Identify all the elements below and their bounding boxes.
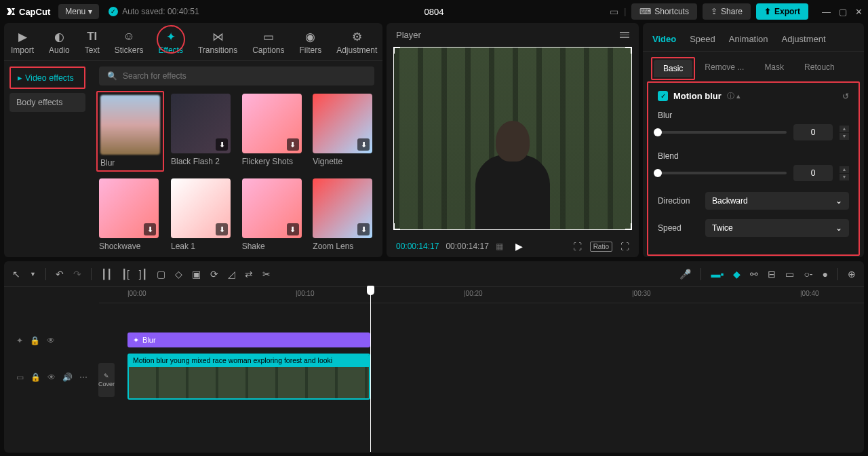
tab-stickers[interactable]: ☺Stickers: [115, 27, 144, 60]
mirror-tool[interactable]: ◿: [228, 269, 235, 280]
transitions-icon: ⋈: [212, 30, 224, 43]
effect-shake[interactable]: ⬇Shake: [242, 178, 304, 251]
chain-icon[interactable]: ⚯: [750, 269, 758, 280]
effect-zoom-lens[interactable]: ⬇Zoom Lens: [313, 178, 374, 251]
reverse-tool[interactable]: ⇄: [245, 269, 253, 280]
video-track-icon[interactable]: ▭: [16, 373, 24, 382]
download-icon[interactable]: ⬇: [216, 138, 228, 151]
subtab-mask[interactable]: Mask: [755, 58, 793, 79]
effect-shockwave[interactable]: ⬇Shockwave: [99, 178, 161, 251]
trim-left-tool[interactable]: ┃[: [121, 269, 130, 280]
menu-button[interactable]: Menu▾: [58, 4, 99, 19]
share-button[interactable]: ⇪Share: [703, 3, 751, 20]
info-icon[interactable]: ⓘ ▴: [727, 91, 741, 101]
subtab-basic[interactable]: Basic: [654, 60, 692, 77]
close-button[interactable]: ✕: [855, 7, 863, 17]
export-button[interactable]: ⬆Export: [756, 3, 808, 20]
track-settings-icon[interactable]: ●: [823, 269, 828, 280]
more-icon[interactable]: ⋯: [79, 373, 87, 382]
lock-icon[interactable]: 🔒: [31, 373, 41, 382]
subtab-retouch[interactable]: Retouch: [795, 58, 844, 79]
scan-icon[interactable]: ⛶: [573, 242, 582, 252]
fullscreen-icon[interactable]: ⛶: [620, 242, 629, 252]
split-tool[interactable]: ┃┃: [101, 269, 112, 280]
insp-tab-animation[interactable]: Animation: [729, 30, 768, 51]
grid-icon[interactable]: ▦: [496, 242, 503, 251]
cursor-tool[interactable]: ↖: [12, 269, 20, 280]
zoom-fit-icon[interactable]: ⊕: [848, 269, 856, 280]
search-input[interactable]: 🔍Search for effects: [99, 66, 374, 86]
download-icon[interactable]: ⬇: [357, 223, 370, 235]
reset-icon[interactable]: ↺: [842, 92, 849, 101]
magnet-tool[interactable]: ▬▪: [711, 269, 724, 280]
zoom-out-icon[interactable]: ○-: [804, 269, 812, 280]
inspector-body: ✓ Motion blur ⓘ ▴ ↺ Blur ▲▼ Blend ▲▼: [647, 81, 860, 256]
ratio-button[interactable]: Ratio: [590, 242, 612, 252]
mute-icon[interactable]: 🔊: [62, 373, 73, 382]
tab-import[interactable]: ▶Import: [11, 27, 34, 60]
star-icon[interactable]: ✦: [16, 336, 23, 345]
layout-icon[interactable]: ▭: [610, 6, 618, 17]
eye-icon[interactable]: 👁: [47, 336, 55, 345]
tab-captions[interactable]: ▭Captions: [252, 27, 284, 60]
crop-tool[interactable]: ▣: [192, 269, 201, 280]
blur-step-up[interactable]: ▲: [840, 126, 849, 132]
link-tool[interactable]: ◆: [733, 269, 741, 280]
effect-leak[interactable]: ⬇Leak 1: [171, 178, 233, 251]
tab-text[interactable]: TIText: [85, 27, 100, 60]
blur-step-down[interactable]: ▼: [840, 133, 849, 140]
marker-tool[interactable]: ◇: [175, 269, 182, 280]
blend-value-input[interactable]: [793, 165, 833, 181]
trim-right-tool[interactable]: ]┃: [139, 269, 147, 280]
redo-button[interactable]: ↷: [73, 269, 81, 280]
effect-vignette[interactable]: ⬇Vignette: [313, 94, 374, 169]
eye-icon[interactable]: 👁: [47, 373, 56, 382]
blur-slider[interactable]: [658, 131, 787, 134]
maximize-button[interactable]: ▢: [839, 7, 847, 17]
sidebar-item-body-effects[interactable]: Body effects: [9, 93, 85, 112]
align-icon[interactable]: ⊟: [768, 269, 776, 280]
app-name: CapCut: [19, 7, 50, 17]
speed-select[interactable]: Twice⌄: [705, 219, 849, 237]
freeze-tool[interactable]: ✂: [262, 269, 271, 280]
download-icon[interactable]: ⬇: [144, 223, 156, 235]
sidebar-item-video-effects[interactable]: ▸Video effects: [9, 66, 85, 89]
download-icon[interactable]: ⬇: [287, 138, 299, 151]
effect-blur[interactable]: Blur: [99, 94, 161, 169]
play-button[interactable]: ▶: [515, 241, 523, 252]
download-icon[interactable]: ⬇: [216, 223, 228, 235]
tab-filters[interactable]: ◉Filters: [300, 27, 322, 60]
insp-tab-adjustment[interactable]: Adjustment: [782, 30, 826, 51]
effect-flickery[interactable]: ⬇Flickery Shots: [242, 94, 304, 169]
mic-icon[interactable]: 🎤: [679, 269, 691, 280]
tab-effects[interactable]: ✦Effects: [158, 27, 182, 60]
player-menu-icon[interactable]: [620, 32, 629, 38]
tab-audio[interactable]: ◐Audio: [49, 27, 70, 60]
download-icon[interactable]: ⬇: [287, 223, 299, 235]
timeline-ruler[interactable]: |00:00 |00:10 |00:20 |00:30 |00:40: [99, 287, 864, 303]
download-icon[interactable]: ⬇: [357, 138, 370, 151]
lock-icon[interactable]: 🔒: [30, 336, 40, 345]
undo-button[interactable]: ↶: [56, 269, 64, 280]
direction-select[interactable]: Backward⌄: [705, 192, 849, 210]
shortcuts-button[interactable]: ⌨Shortcuts: [631, 3, 697, 20]
chevron-down-icon[interactable]: ▼: [30, 271, 36, 278]
delete-tool[interactable]: ▢: [157, 269, 165, 280]
insp-tab-video[interactable]: Video: [652, 30, 676, 51]
tab-transitions[interactable]: ⋈Transitions: [198, 27, 237, 60]
preview-icon[interactable]: ▭: [785, 269, 794, 280]
motion-blur-checkbox[interactable]: ✓: [658, 91, 668, 101]
subtab-remove[interactable]: Remove ...: [695, 58, 753, 79]
blend-step-down[interactable]: ▼: [840, 174, 849, 180]
effect-clip[interactable]: ✦Blur: [127, 332, 370, 347]
insp-tab-speed[interactable]: Speed: [690, 30, 715, 51]
video-clip[interactable]: Motion blur young mixed race woman explo…: [127, 354, 370, 400]
blend-slider[interactable]: [658, 172, 787, 174]
speed-tool[interactable]: ⟳: [210, 269, 218, 280]
blend-step-up[interactable]: ▲: [840, 166, 849, 173]
blur-value-input[interactable]: [793, 124, 833, 140]
effect-black-flash[interactable]: ⬇Black Flash 2: [171, 94, 233, 169]
minimize-button[interactable]: ―: [822, 7, 831, 17]
player-viewport[interactable]: [393, 47, 632, 230]
tab-adjustment[interactable]: ⚙Adjustment: [336, 27, 377, 60]
